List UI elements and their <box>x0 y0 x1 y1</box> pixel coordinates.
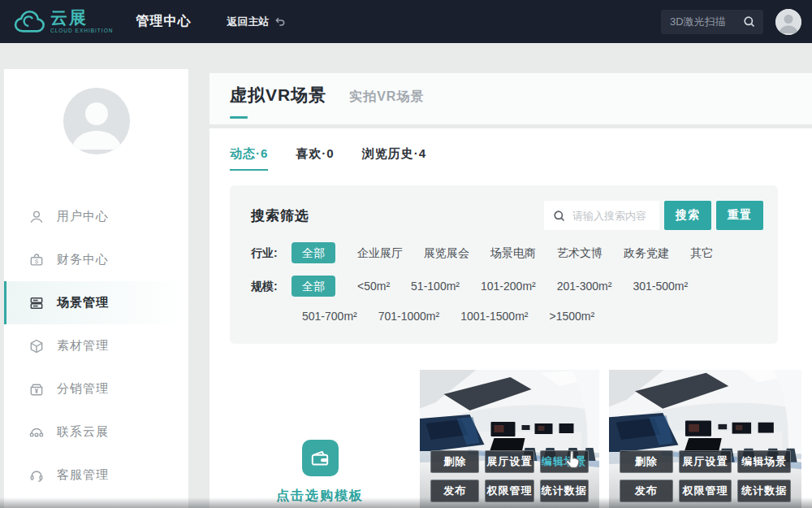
filter-panel-title: 搜索筛选 <box>251 206 309 225</box>
scale-option[interactable]: 101-200m² <box>470 276 546 297</box>
sidebar-item-label: 客服管理 <box>57 467 109 483</box>
permission-management-button[interactable]: 权限管理 <box>679 480 732 502</box>
scale-option-all[interactable]: 全部 <box>292 276 335 297</box>
scale-option[interactable]: 701-1000m² <box>368 306 451 327</box>
avatar-silhouette-icon <box>63 88 130 154</box>
vr-scene-card-2[interactable]: 删除 展厅设置 编辑场景 发布 权限管理 统计数据 <box>609 370 801 508</box>
industry-filter-row: 行业: 全部 企业展厅 展览展会 场景电商 艺术文博 政务党建 其它 <box>230 242 778 263</box>
vr-scene-card-1[interactable]: 删除 展厅设置 编辑场景 发布 权限管理 统计数据 <box>420 370 599 508</box>
sidebar-item-label: 分销管理 <box>57 381 109 397</box>
sidebar-item-material-management[interactable]: 素材管理 <box>4 324 188 367</box>
industry-option[interactable]: 场景电商 <box>480 242 546 263</box>
cube-icon <box>28 338 45 354</box>
nav-section-title: 管理中心 <box>136 13 191 30</box>
scene-action-buttons: 删除 展厅设置 编辑场景 发布 权限管理 统计数据 <box>430 450 589 502</box>
scene-stack-icon <box>28 295 45 311</box>
filter-search-input[interactable] <box>572 210 654 222</box>
content-tabs: 动态·6 喜欢·0 浏览历史·4 <box>230 146 426 171</box>
reset-button[interactable]: 重置 <box>716 201 763 230</box>
sidebar-item-label: 素材管理 <box>57 338 109 354</box>
scale-option[interactable]: <50m² <box>347 276 400 297</box>
sidebar-item-user-center[interactable]: 用户中心 <box>4 195 188 238</box>
tab-virtual-vr-scene[interactable]: 虚拟VR场景 <box>230 84 326 106</box>
industry-option[interactable]: 艺术文博 <box>546 242 613 263</box>
brand-subtitle: CLOUD EXHIBITION <box>50 28 113 34</box>
sidebar: 用户中心 财务中心 场景管理 素材管理 分销管理 <box>4 69 188 508</box>
delete-button[interactable]: 删除 <box>620 450 673 473</box>
search-icon[interactable] <box>742 15 756 28</box>
scale-filter-row: 规模: 全部 <50m² 51-100m² 101-200m² 201-300m… <box>230 276 778 327</box>
sidebar-item-finance-center[interactable]: 财务中心 <box>4 238 188 281</box>
scene-action-buttons: 删除 展厅设置 编辑场景 发布 权限管理 统计数据 <box>620 450 791 502</box>
scale-option[interactable]: 301-500m² <box>622 276 698 297</box>
top-navbar: 云展 CLOUD EXHIBITION 管理中心 返回主站 <box>0 0 812 43</box>
sidebar-item-label: 用户中心 <box>57 209 109 224</box>
buy-template-card[interactable]: 点击选购模板 <box>230 370 410 508</box>
content-panel: 动态·6 喜欢·0 浏览历史·4 搜索筛选 搜索 重置 行业: 全部 企业展厅 <box>209 128 812 508</box>
publish-button[interactable]: 发布 <box>620 480 673 502</box>
publish-button[interactable]: 发布 <box>430 480 479 502</box>
edit-scene-button[interactable]: 编辑场景 <box>540 450 589 473</box>
finance-bag-icon <box>28 252 45 268</box>
sidebar-item-distribution-management[interactable]: 分销管理 <box>4 367 188 410</box>
hall-settings-button[interactable]: 展厅设置 <box>679 450 732 473</box>
brand-logo[interactable]: 云展 CLOUD EXHIBITION <box>13 9 113 35</box>
industry-option[interactable]: 企业展厅 <box>347 242 413 263</box>
permission-management-button[interactable]: 权限管理 <box>485 480 533 502</box>
back-to-main-link[interactable]: 返回主站 <box>227 15 287 29</box>
brand-text: 云展 CLOUD EXHIBITION <box>50 9 113 34</box>
search-icon <box>552 209 566 223</box>
page-title-card: 虚拟VR场景 实拍VR场景 <box>209 73 812 124</box>
scale-option[interactable]: >1500m² <box>538 306 605 327</box>
tab-dynamic[interactable]: 动态·6 <box>230 146 268 171</box>
buy-template-label: 点击选购模板 <box>276 488 364 505</box>
search-button[interactable]: 搜索 <box>664 201 711 230</box>
scale-label: 规模: <box>251 276 292 297</box>
tab-likes[interactable]: 喜欢·0 <box>296 146 334 171</box>
scale-option[interactable]: 1001-1500m² <box>450 306 538 327</box>
delete-button[interactable]: 删除 <box>430 450 479 473</box>
telephone-icon <box>28 424 45 441</box>
user-icon <box>28 209 45 225</box>
wallet-icon <box>302 440 339 476</box>
sidebar-item-label: 联系云展 <box>57 424 109 440</box>
search-filter-panel: 搜索筛选 搜索 重置 行业: 全部 企业展厅 展览展会 场景电商 艺术文博 <box>230 185 778 344</box>
sidebar-item-label: 场景管理 <box>57 295 109 310</box>
sidebar-item-contact-cloud-exhibition[interactable]: 联系云展 <box>4 410 188 454</box>
sidebar-item-label: 财务中心 <box>57 252 109 267</box>
scale-option[interactable]: 51-100m² <box>400 276 470 297</box>
industry-option[interactable]: 展览展会 <box>413 242 480 263</box>
navbar-search-box[interactable] <box>661 10 763 34</box>
brand-name: 云展 <box>50 9 113 26</box>
sidebar-item-scene-management[interactable]: 场景管理 <box>4 281 188 324</box>
filter-search-group: 搜索 重置 <box>544 201 763 230</box>
tab-browse-history[interactable]: 浏览历史·4 <box>362 146 426 171</box>
scale-option[interactable]: 201-300m² <box>546 276 623 297</box>
industry-label: 行业: <box>251 242 292 263</box>
sidebar-menu: 用户中心 财务中心 场景管理 素材管理 分销管理 <box>4 195 188 497</box>
statistics-button[interactable]: 统计数据 <box>737 480 791 502</box>
hall-settings-button[interactable]: 展厅设置 <box>485 450 533 473</box>
edit-scene-button[interactable]: 编辑场景 <box>737 450 791 473</box>
industry-option[interactable]: 其它 <box>680 242 723 263</box>
cloud-logo-icon <box>13 9 47 35</box>
navbar-search-input[interactable] <box>670 15 742 28</box>
scale-option[interactable]: 501-700m² <box>292 306 368 327</box>
active-title-underline <box>230 116 248 119</box>
back-to-main-label: 返回主站 <box>227 15 269 29</box>
navbar-avatar[interactable] <box>775 9 801 35</box>
industry-option[interactable]: 政务党建 <box>613 242 680 263</box>
sidebar-item-customer-service[interactable]: 客服管理 <box>4 454 188 497</box>
avatar-silhouette-icon <box>775 9 801 35</box>
filter-search-box[interactable] <box>544 201 659 230</box>
industry-option-all[interactable]: 全部 <box>292 242 335 263</box>
return-arrow-icon <box>274 15 287 28</box>
tab-real-vr-scene[interactable]: 实拍VR场景 <box>349 89 424 106</box>
headset-icon <box>28 467 45 484</box>
box-yen-icon <box>28 381 45 397</box>
sidebar-avatar <box>63 88 130 154</box>
scene-cards-row: 点击选购模板 删除 展厅设置 编辑场景 发布 权限管理 统计数据 删除 展厅设置… <box>230 370 800 508</box>
statistics-button[interactable]: 统计数据 <box>540 480 589 502</box>
